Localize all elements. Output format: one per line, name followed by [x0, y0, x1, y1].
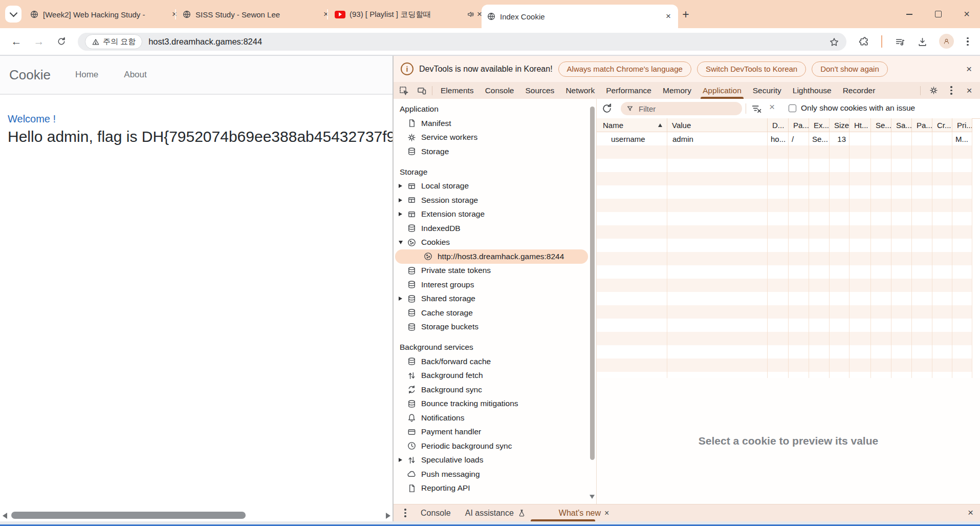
browser-tab-youtube[interactable]: (93) [ Playlist ] 코딩할때 ×	[330, 5, 489, 24]
sidebar-item-storage[interactable]: Storage	[394, 144, 596, 159]
column-header-secure[interactable]: Se...	[871, 118, 891, 132]
media-playlist-button[interactable]	[891, 33, 908, 50]
devtools-settings-button[interactable]	[926, 84, 941, 97]
column-header-httponly[interactable]: Ht...	[850, 118, 871, 132]
speaker-icon[interactable]	[467, 10, 475, 18]
drawer-tab-console[interactable]: Console	[421, 509, 451, 518]
sidebar-item-session-storage[interactable]: Session storage	[394, 193, 596, 207]
downloads-button[interactable]	[914, 33, 930, 50]
delete-cookie-icon[interactable]: ×	[769, 101, 775, 113]
sidebar-item-periodic-background-sync[interactable]: Periodic background sync	[394, 439, 596, 453]
tab-search-button[interactable]	[5, 6, 21, 23]
tab-application[interactable]: Application	[697, 82, 747, 99]
browser-tab-siss[interactable]: SISS Study - Sewon Lee ×	[177, 5, 336, 24]
sidebar-item-indexeddb[interactable]: IndexedDB	[394, 221, 596, 236]
issue-only-checkbox[interactable]	[789, 104, 796, 112]
sidebar-scrollbar-thumb[interactable]	[590, 107, 595, 460]
sidebar-item-manifest[interactable]: Manifest	[394, 116, 596, 131]
page-brand[interactable]: Cookie	[9, 67, 51, 83]
sidebar-scroll-down-arrow[interactable]	[590, 495, 595, 499]
issue-checkbox-label[interactable]: Only show cookies with an issue	[801, 103, 915, 113]
sidebar-item-payment-handler[interactable]: Payment handler	[394, 425, 596, 439]
tab-elements[interactable]: Elements	[435, 82, 480, 99]
sidebar-item-background-sync[interactable]: Background sync	[394, 383, 596, 397]
new-tab-button[interactable]: +	[678, 7, 693, 22]
extensions-button[interactable]	[856, 33, 872, 50]
switch-korean-button[interactable]: Switch DevTools to Korean	[697, 61, 806, 77]
sidebar-item-local-storage[interactable]: Local storage	[394, 179, 596, 194]
window-close-button[interactable]: ×	[955, 0, 978, 28]
sidebar-item-cache-storage[interactable]: Cache storage	[394, 306, 596, 320]
sidebar-item-notifications[interactable]: Notifications	[394, 411, 596, 425]
scroll-right-arrow[interactable]	[386, 513, 390, 519]
browser-tab-week2[interactable]: [Week2] Web Hacking Study - ×	[25, 5, 184, 24]
sidebar-item-bfcache[interactable]: Back/forward cache	[394, 354, 596, 369]
expander-collapsed-icon[interactable]	[399, 297, 407, 301]
tab-close-icon[interactable]: ×	[664, 11, 673, 22]
security-badge[interactable]: 주의 요함	[85, 34, 142, 49]
cell-domain[interactable]: ho...	[768, 135, 789, 143]
scrollbar-thumb[interactable]	[11, 512, 246, 519]
filter-input[interactable]	[638, 104, 727, 114]
sidebar-item-storage-buckets[interactable]: Storage buckets	[394, 320, 596, 334]
drawer-tab-ai-assistance[interactable]: AI assistance	[465, 509, 526, 518]
cell-name[interactable]: username	[597, 135, 667, 143]
column-header-partition[interactable]: Pa...	[912, 118, 932, 132]
tab-performance[interactable]: Performance	[600, 82, 657, 99]
refresh-icon[interactable]	[601, 102, 613, 115]
expander-collapsed-icon[interactable]	[399, 198, 407, 202]
window-minimize-button[interactable]	[898, 0, 921, 28]
forward-button[interactable]: →	[31, 33, 47, 50]
cookie-filter[interactable]	[621, 102, 742, 115]
window-maximize-button[interactable]	[926, 0, 950, 28]
column-header-name[interactable]: Name	[597, 118, 667, 132]
browser-menu-button[interactable]	[960, 33, 976, 50]
column-header-samesite[interactable]: Sa...	[891, 118, 912, 132]
sidebar-item-bounce-tracking[interactable]: Bounce tracking mitigations	[394, 397, 596, 411]
page-horizontal-scrollbar[interactable]	[0, 512, 393, 519]
clear-filter-icon[interactable]	[750, 102, 763, 115]
sidebar-item-speculative-loads[interactable]: Speculative loads	[394, 453, 596, 468]
back-button[interactable]: ←	[8, 33, 25, 50]
expander-collapsed-icon[interactable]	[399, 458, 407, 462]
expander-collapsed-icon[interactable]	[399, 184, 407, 188]
address-bar[interactable]: 주의 요함 host3.dreamhack.games:8244	[78, 33, 846, 51]
tab-recorder[interactable]: Recorder	[837, 82, 881, 99]
inspect-element-button[interactable]	[396, 84, 411, 97]
expander-collapsed-icon[interactable]	[399, 212, 407, 216]
column-header-value[interactable]: Value	[667, 118, 768, 132]
sidebar-item-background-fetch[interactable]: Background fetch	[394, 369, 596, 383]
cell-expires[interactable]: Se...	[809, 135, 830, 143]
sidebar-item-push-messaging[interactable]: Push messaging	[394, 467, 596, 481]
nav-link-about[interactable]: About	[124, 70, 146, 80]
tab-network[interactable]: Network	[560, 82, 600, 99]
dont-show-again-button[interactable]: Don't show again	[812, 61, 888, 77]
column-header-crosssite[interactable]: Cr...	[932, 118, 952, 132]
column-header-size[interactable]: Size	[830, 118, 850, 132]
sidebar-item-private-state-tokens[interactable]: Private state tokens	[394, 264, 596, 278]
tab-lighthouse[interactable]: Lighthouse	[787, 82, 837, 99]
tab-console[interactable]: Console	[480, 82, 520, 99]
sidebar-item-interest-groups[interactable]: Interest groups	[394, 278, 596, 292]
devtools-close-button[interactable]: ×	[962, 84, 977, 97]
bookmark-star-icon[interactable]	[829, 37, 839, 47]
column-header-domain[interactable]: D...	[768, 118, 789, 132]
drawer-tab-close-icon[interactable]: ×	[604, 509, 609, 518]
drawer-tab-whats-new[interactable]: What's new ×	[559, 509, 609, 518]
browser-tab-index-cookie[interactable]: Index Cookie ×	[482, 5, 678, 28]
expander-expanded-icon[interactable]	[399, 241, 407, 244]
sidebar-item-shared-storage[interactable]: Shared storage	[394, 292, 596, 306]
tab-memory[interactable]: Memory	[657, 82, 697, 99]
drawer-close-icon[interactable]: ×	[968, 507, 973, 518]
match-language-button[interactable]: Always match Chrome's language	[558, 61, 691, 77]
reload-button[interactable]	[53, 33, 70, 50]
cookie-row-username[interactable]: username admin ho... / Se... 13 M...	[597, 132, 972, 145]
cell-priority[interactable]: M...	[952, 135, 972, 143]
scroll-left-arrow[interactable]	[3, 513, 7, 519]
column-header-expires[interactable]: Ex...	[809, 118, 830, 132]
cell-size[interactable]: 13	[830, 135, 850, 143]
column-header-path[interactable]: Pa...	[789, 118, 809, 132]
tab-security[interactable]: Security	[747, 82, 787, 99]
column-header-priority[interactable]: Pri...	[952, 118, 972, 132]
devtools-menu-button[interactable]	[944, 84, 959, 97]
